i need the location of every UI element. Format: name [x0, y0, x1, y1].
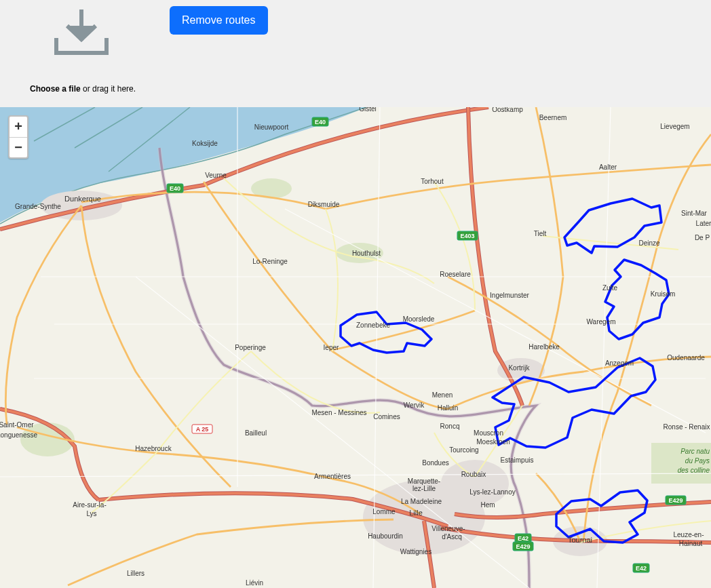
town-label: Hazebrouck [135, 445, 172, 452]
town-label: Kruisem [651, 290, 676, 298]
town-label: Later [696, 220, 711, 227]
zoom-out-button[interactable]: − [9, 137, 27, 157]
town-label: Tourcoing [449, 446, 478, 454]
city-label: Tournai [568, 536, 592, 544]
town-label: Moeskroen [476, 438, 510, 446]
town-label: Sint-Mar [681, 210, 707, 217]
road-shield: E42 [633, 564, 649, 572]
town-label: Ronse - Renaix [664, 423, 710, 431]
town-label: Lys [86, 510, 96, 517]
remove-routes-button[interactable]: Remove routes [170, 6, 268, 35]
town-label: Anzegem [605, 359, 634, 367]
town-label: Ingelmunster [490, 292, 529, 299]
town-label: Leuze-en- [673, 531, 704, 538]
road-shield: A 25 [192, 425, 212, 433]
file-prompt-bold: Choose a file [30, 84, 81, 94]
town-label: Deinze [638, 239, 660, 247]
zoom-control: + − [8, 115, 28, 159]
town-label: Roeselare [440, 271, 471, 278]
town-label: Lys-lez-Lannoy [469, 488, 515, 496]
town-label: Roncq [440, 423, 460, 430]
road-shield: E40 [167, 184, 183, 193]
town-label: Harelbeke [529, 343, 560, 351]
town-label: Estaimpuis [501, 456, 534, 464]
town-label: Oudenaarde [667, 354, 705, 361]
town-label: Beernem [539, 114, 567, 121]
upload-header: Remove routes Choose a file or drag it h… [0, 0, 711, 107]
town-label: Longuenesse [0, 431, 37, 439]
town-label: Waregem [587, 318, 616, 326]
town-label: Mouscron [474, 429, 503, 437]
town-label: Tielt [534, 230, 547, 237]
town-label: Bondues [422, 459, 448, 467]
city-label: Lille [409, 509, 423, 517]
town-label: Haubourdin [368, 532, 403, 540]
town-label: Hainaut [679, 540, 703, 547]
town-label: Kortrijk [508, 364, 530, 372]
town-label: Hem [480, 501, 495, 509]
svg-text:E42: E42 [636, 565, 647, 572]
svg-text:des colline: des colline [678, 467, 710, 474]
town-label: Halluin [438, 404, 459, 412]
town-label: Nieuwpoort [254, 123, 289, 131]
town-label: Zulte [602, 284, 618, 292]
town-label: d'Ascq [442, 533, 462, 541]
svg-text:E40: E40 [315, 119, 326, 125]
file-prompt[interactable]: Choose a file or drag it here. [30, 84, 136, 94]
svg-text:E429: E429 [516, 543, 530, 550]
town-label: Wattignies [400, 548, 431, 555]
town-label: Aalter [599, 163, 617, 171]
town-label: Armentières [314, 473, 351, 480]
town-label: Houthulst [352, 250, 381, 257]
svg-text:E42: E42 [518, 535, 529, 542]
file-prompt-rest: or drag it here. [81, 84, 136, 94]
zoom-in-button[interactable]: + [9, 117, 27, 137]
town-label: Diksmuide [308, 201, 340, 208]
town-label: lez-Lille [412, 485, 436, 492]
road-shield: E429 [513, 542, 533, 551]
svg-text:A 25: A 25 [196, 426, 209, 433]
town-label: Zonnebeke [356, 321, 390, 329]
svg-text:Parc natu: Parc natu [680, 448, 710, 455]
road-shield: E403 [457, 231, 478, 240]
town-label: Lomme [372, 508, 396, 515]
town-label: Liévin [246, 579, 263, 587]
town-label: Lo-Reninge [252, 258, 288, 265]
town-label: Torhout [421, 178, 444, 185]
town-label: Oostkamp [492, 107, 523, 113]
town-label: Veurne [205, 172, 227, 179]
map[interactable]: + − [0, 107, 711, 588]
town-label: Menen [432, 391, 453, 399]
town-label: Wervik [404, 401, 425, 409]
town-label: Gistel [359, 107, 377, 113]
town-label: Comines [373, 413, 400, 420]
town-label: Marquette- [408, 477, 440, 485]
town-label: Roubaix [461, 471, 486, 478]
upload-icon[interactable] [51, 7, 112, 64]
town-label: Villeneuve- [431, 525, 465, 532]
town-label: Lillers [127, 570, 145, 577]
svg-point-4 [441, 460, 509, 507]
town-label: Moorslede [403, 315, 435, 323]
svg-text:E40: E40 [170, 185, 180, 192]
road-shield: E42 [515, 534, 531, 543]
map-canvas: GistelOostkampBeernemNieuwpoortKoksijdeV… [0, 107, 711, 588]
town-label: De P [695, 234, 710, 241]
town-label: Saint-Omer [0, 421, 34, 429]
town-label: Lievegem [660, 123, 689, 130]
town-label: Poperinge [235, 344, 266, 351]
town-label: Bailleul [245, 429, 267, 437]
town-label: Aire-sur-la- [73, 501, 106, 509]
road-shield: E40 [312, 117, 328, 126]
svg-text:du Pays: du Pays [685, 457, 710, 465]
road-shield: E429 [666, 496, 686, 505]
svg-text:E403: E403 [460, 233, 474, 239]
town-label: Mesen - Messines [311, 409, 366, 416]
town-label: La Madeleine [401, 498, 442, 505]
town-label: Ieper [324, 344, 339, 351]
city-label: Dunkerque [64, 195, 101, 203]
town-label: Koksijde [192, 140, 218, 147]
svg-text:E429: E429 [668, 497, 683, 504]
town-label: Grande-Synthe [15, 203, 61, 210]
